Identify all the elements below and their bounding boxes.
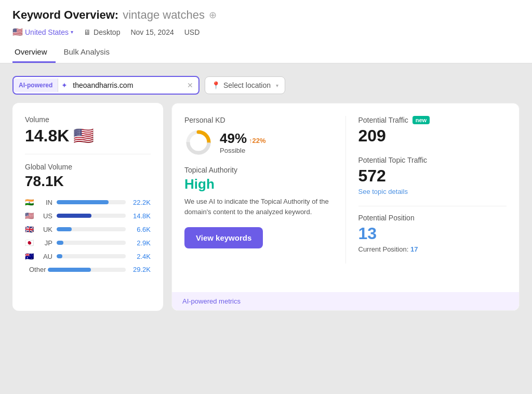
page-title-label: Keyword Overview: bbox=[12, 8, 118, 22]
potential-traffic-value: 209 bbox=[358, 126, 507, 146]
add-keyword-icon[interactable]: ⊕ bbox=[209, 9, 217, 21]
country-flag: 🇬🇧 bbox=[25, 225, 34, 233]
tab-overview[interactable]: Overview bbox=[12, 43, 56, 63]
keyword-text: vintage watches bbox=[123, 8, 205, 22]
us-flag-icon: 🇺🇸 bbox=[12, 27, 23, 37]
country-flag: 🇦🇺 bbox=[25, 252, 34, 260]
country-value: 6.6K bbox=[130, 226, 151, 233]
country-row: Other29.2K bbox=[25, 266, 151, 273]
domain-search-input[interactable] bbox=[71, 77, 182, 94]
analytics-card: Personal KD 49% ↑22% bbox=[171, 103, 520, 311]
authority-value: High bbox=[184, 176, 333, 192]
country-value: 22.2K bbox=[130, 199, 151, 206]
volume-value: 14.8K 🇺🇸 bbox=[25, 126, 151, 146]
location-select-button[interactable]: 📍 Select location ▾ bbox=[205, 76, 285, 94]
country-code: IN bbox=[38, 199, 52, 206]
kd-info: 49% ↑22% Possible bbox=[220, 130, 266, 154]
kd-label: Personal KD bbox=[184, 116, 333, 124]
main-content: AI-powered ✦ ✕ 📍 Select location ▾ Volum… bbox=[0, 63, 532, 323]
country-row: 🇬🇧UK6.6K bbox=[25, 225, 151, 233]
new-badge: new bbox=[413, 116, 430, 124]
clear-icon[interactable]: ✕ bbox=[182, 77, 198, 94]
page-header: Keyword Overview: vintage watches ⊕ 🇺🇸 U… bbox=[0, 0, 532, 63]
country-value: 14.8K bbox=[130, 212, 151, 220]
location-pin-icon: 📍 bbox=[211, 81, 220, 89]
country-bar bbox=[57, 200, 126, 204]
ai-footer: AI-powered metrics bbox=[172, 292, 519, 310]
country-code: UK bbox=[38, 226, 52, 233]
country-row: 🇯🇵JP2.9K bbox=[25, 239, 151, 247]
country-code: JP bbox=[38, 239, 52, 247]
current-position: Current Position: 17 bbox=[358, 245, 507, 253]
global-volume-value: 78.1K bbox=[25, 173, 151, 190]
bar-fill bbox=[57, 241, 63, 245]
tab-bulk-analysis[interactable]: Bulk Analysis bbox=[62, 43, 118, 63]
potential-position-label: Potential Position bbox=[358, 214, 507, 222]
country-bar bbox=[57, 214, 126, 218]
header-meta: 🇺🇸 United States ▾ 🖥 Desktop Nov 15, 202… bbox=[12, 27, 520, 37]
kd-percent: 49% ↑22% bbox=[220, 130, 266, 147]
view-keywords-button[interactable]: View keywords bbox=[184, 227, 263, 248]
global-volume-label: Global Volume bbox=[25, 163, 151, 171]
ai-badge: AI-powered bbox=[14, 78, 58, 92]
volume-card: Volume 14.8K 🇺🇸 Global Volume 78.1K 🇮🇳IN… bbox=[12, 103, 163, 311]
country-code: Other bbox=[29, 266, 44, 273]
potential-position-value: 13 bbox=[358, 224, 507, 243]
volume-label: Volume bbox=[25, 115, 151, 124]
chevron-down-icon: ▾ bbox=[71, 29, 73, 35]
kd-row: 49% ↑22% Possible bbox=[184, 128, 333, 156]
kd-delta: ↑22% bbox=[249, 137, 266, 145]
topic-traffic-value: 572 bbox=[358, 166, 507, 186]
currency-label: USD bbox=[184, 28, 200, 36]
kd-possible: Possible bbox=[220, 147, 266, 154]
country-list: 🇮🇳IN22.2K🇺🇸US14.8K🇬🇧UK6.6K🇯🇵JP2.9K🇦🇺AU2.… bbox=[25, 198, 151, 273]
authority-label: Topical Authority bbox=[184, 166, 333, 174]
country-bar bbox=[57, 254, 126, 258]
country-row: 🇦🇺AU2.4K bbox=[25, 252, 151, 260]
potential-traffic-label: Potential Traffic new bbox=[358, 116, 507, 124]
country-bar bbox=[57, 241, 126, 245]
potential-traffic-section: Potential Traffic new 209 bbox=[358, 116, 507, 146]
bar-fill bbox=[48, 268, 91, 272]
country-row: 🇮🇳IN22.2K bbox=[25, 198, 151, 206]
authority-desc: We use AI to indicate the Topical Author… bbox=[184, 196, 333, 217]
bar-fill bbox=[57, 214, 91, 218]
location-select-label: Select location bbox=[223, 81, 271, 89]
monitor-icon: 🖥 bbox=[84, 28, 91, 36]
tab-bar: Overview Bulk Analysis bbox=[12, 43, 520, 63]
left-panel: Personal KD 49% ↑22% bbox=[184, 116, 346, 264]
search-bar: AI-powered ✦ ✕ 📍 Select location ▾ bbox=[12, 76, 520, 95]
kd-donut-chart bbox=[184, 128, 212, 156]
country-code: US bbox=[38, 212, 52, 220]
us-flag-small: 🇺🇸 bbox=[73, 126, 94, 146]
search-input-wrapper: AI-powered ✦ ✕ bbox=[12, 76, 200, 95]
location-button[interactable]: 🇺🇸 United States ▾ bbox=[12, 27, 73, 37]
country-bar bbox=[48, 268, 126, 272]
country-flag: 🇺🇸 bbox=[25, 212, 34, 220]
device-label: Desktop bbox=[94, 28, 120, 36]
chevron-down-icon: ▾ bbox=[276, 83, 278, 88]
cards-row: Volume 14.8K 🇺🇸 Global Volume 78.1K 🇮🇳IN… bbox=[12, 103, 520, 311]
topic-traffic-section: Potential Topic Traffic 572 See topic de… bbox=[358, 156, 507, 195]
see-topic-link[interactable]: See topic details bbox=[358, 188, 507, 195]
country-bar bbox=[57, 227, 126, 231]
right-panel: Potential Traffic new 209 Potential Topi… bbox=[346, 116, 507, 264]
bar-fill bbox=[57, 227, 72, 231]
country-value: 29.2K bbox=[130, 266, 151, 273]
country-flag: 🇯🇵 bbox=[25, 239, 34, 247]
device-meta: 🖥 Desktop bbox=[84, 28, 120, 36]
country-row: 🇺🇸US14.8K bbox=[25, 212, 151, 220]
country-value: 2.4K bbox=[130, 253, 151, 260]
date-label: Nov 15, 2024 bbox=[130, 28, 174, 36]
bar-fill bbox=[57, 200, 109, 204]
country-flag: 🇮🇳 bbox=[25, 198, 34, 206]
current-position-value: 17 bbox=[410, 245, 418, 253]
sparkle-icon: ✦ bbox=[61, 81, 68, 89]
country-code: AU bbox=[38, 253, 52, 260]
bar-fill bbox=[57, 254, 62, 258]
country-value: 2.9K bbox=[130, 239, 151, 247]
topic-traffic-label: Potential Topic Traffic bbox=[358, 156, 507, 164]
potential-position-section: Potential Position 13 Current Position: … bbox=[358, 214, 507, 253]
location-label: United States bbox=[25, 28, 69, 36]
